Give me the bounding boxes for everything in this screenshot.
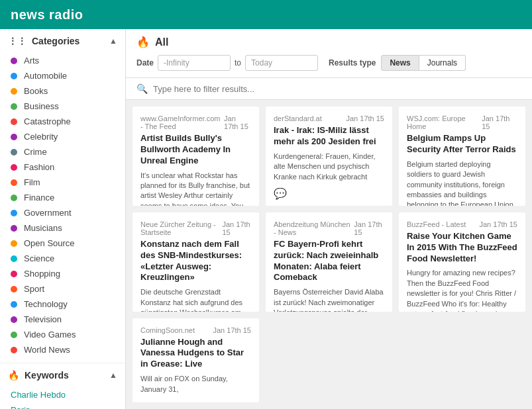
sidebar-item-crime[interactable]: Crime: [0, 144, 125, 159]
main-layout: ⋮⋮ Categories ▲ ArtsAutomobileBooksBusin…: [0, 29, 532, 409]
sidebar-item-celebrity[interactable]: Celebrity: [0, 129, 125, 144]
sidebar-item-shopping[interactable]: Shopping: [0, 266, 125, 281]
card-title-6: Julianne Hough and Vanessa Hudgens to St…: [140, 337, 251, 371]
dot-business: [11, 103, 17, 110]
content-area: 🔥 All Date to Results type News Journals: [126, 29, 532, 409]
sidebar-item-catastrophe[interactable]: Catastrophe: [0, 114, 125, 129]
keyword-item-charlie-hebdo[interactable]: Charlie Hebdo: [0, 387, 125, 402]
card-footer-1: 💬: [274, 187, 384, 200]
keywords-chevron-icon: ▲: [109, 371, 117, 380]
card-date-6: Jan 17th 15: [213, 326, 252, 334]
card-body-0: It's unclear what Rockstar has planned f…: [140, 171, 251, 206]
keywords-section-header[interactable]: 🔥 Keywords ▲: [0, 363, 125, 387]
btn-news[interactable]: News: [381, 55, 419, 71]
dot-automobile: [11, 73, 17, 79]
sidebar-item-automobile[interactable]: Automobile: [0, 68, 125, 83]
dot-shopping: [11, 271, 17, 277]
results-type-section: Results type News Journals: [329, 55, 466, 71]
card-source-3: Neue Zürcher Zeitung - Startseite Jan 17…: [140, 220, 251, 236]
sidebar-item-arts[interactable]: Arts: [0, 53, 125, 68]
card-source-6: ComingSoon.net Jan 17th 15: [140, 326, 251, 334]
card-2[interactable]: WSJ.com: Europe Home Jan 17th 15 Belgium…: [399, 107, 525, 206]
btn-journals[interactable]: Journals: [419, 55, 466, 71]
sidebar-item-video-games[interactable]: Video Games: [0, 327, 125, 342]
date-section: Date to: [136, 55, 318, 71]
card-4[interactable]: Abendzeitung München - News Jan 17th 15 …: [266, 212, 392, 312]
dot-crime: [11, 149, 17, 156]
dot-science: [11, 255, 17, 262]
search-input[interactable]: [153, 84, 521, 94]
category-label-books: Books: [24, 86, 48, 96]
date-label: Date: [136, 58, 154, 68]
dot-finance: [11, 195, 17, 201]
card-body-5: Hungry for amazing new recipes? Then the…: [407, 268, 517, 311]
sidebar-item-world-news[interactable]: World News: [0, 342, 125, 357]
category-label-automobile: Automobile: [24, 71, 67, 81]
sidebar-item-government[interactable]: Government: [0, 205, 125, 220]
categories-label: Categories: [32, 36, 80, 46]
keyword-item-paris[interactable]: Paris: [0, 402, 125, 409]
card-3[interactable]: Neue Zürcher Zeitung - Startseite Jan 17…: [133, 212, 259, 312]
results-type-btn-group: News Journals: [381, 55, 466, 71]
sidebar-item-open-source[interactable]: Open Source: [0, 236, 125, 251]
keywords-label: Keywords: [25, 370, 69, 381]
card-source-5: BuzzFeed - Latest Jan 17th 15: [407, 220, 517, 228]
category-label-catastrophe: Catastrophe: [24, 116, 71, 126]
card-6[interactable]: ComingSoon.net Jan 17th 15 Julianne Houg…: [133, 318, 259, 402]
sidebar-item-finance[interactable]: Finance: [0, 190, 125, 205]
app-header: news radio: [0, 0, 532, 29]
sidebar-item-film[interactable]: Film: [0, 175, 125, 190]
card-title-5: Raise Your Kitchen Game In 2015 With The…: [407, 231, 517, 265]
card-source-1: derStandard.at Jan 17th 15: [274, 114, 384, 122]
date-to-input[interactable]: [245, 55, 318, 71]
date-from-input[interactable]: [158, 55, 231, 71]
keywords-section: 🔥 Keywords ▲ Charlie HebdoParisObamaFace…: [0, 363, 125, 409]
sidebar-item-books[interactable]: Books: [0, 83, 125, 99]
to-label: to: [235, 58, 241, 68]
card-body-4: Bayerns Österreicher David Alaba ist zur…: [274, 287, 384, 311]
sidebar-item-sport[interactable]: Sport: [0, 281, 125, 296]
sidebar-item-television[interactable]: Television: [0, 312, 125, 327]
filters-row: Date to Results type News Journals: [136, 55, 521, 71]
results-type-label: Results type: [329, 58, 376, 68]
category-label-shopping: Shopping: [24, 269, 60, 279]
all-label: 🔥 All: [136, 36, 521, 48]
card-date-5: Jan 17th 15: [480, 220, 518, 228]
card-date-2: Jan 17th 15: [482, 114, 517, 130]
category-label-science: Science: [24, 253, 54, 263]
dot-sport: [11, 286, 17, 293]
dot-arts: [11, 58, 17, 64]
card-5[interactable]: BuzzFeed - Latest Jan 17th 15 Raise Your…: [399, 212, 525, 312]
card-title-0: Artist Builds Bully's Bullworth Academy …: [140, 133, 251, 167]
fire-icon-keywords: 🔥: [8, 370, 19, 381]
category-label-video-games: Video Games: [24, 330, 76, 340]
dot-books: [11, 88, 17, 95]
grid-icon: ⋮⋮: [8, 36, 27, 46]
app-title: news radio: [11, 7, 83, 23]
sidebar-item-fashion[interactable]: Fashion: [0, 159, 125, 175]
card-source-4: Abendzeitung München - News Jan 17th 15: [274, 220, 384, 236]
sidebar-item-technology[interactable]: Technology: [0, 296, 125, 312]
card-0[interactable]: www.GameInformer.com - The Feed Jan 17th…: [133, 107, 259, 206]
all-text: All: [155, 36, 168, 48]
card-title-3: Konstanz nach dem Fall des SNB-Mindestku…: [140, 239, 251, 284]
category-label-world-news: World News: [24, 345, 70, 355]
category-label-open-source: Open Source: [24, 238, 75, 248]
search-bar: 🔍: [126, 78, 532, 100]
dot-film: [11, 179, 17, 186]
dot-technology: [11, 301, 17, 308]
sidebar-item-business[interactable]: Business: [0, 99, 125, 114]
category-label-television: Television: [24, 314, 62, 324]
dot-government: [11, 210, 17, 216]
categories-chevron-icon: ▲: [109, 36, 117, 46]
category-label-film: Film: [24, 177, 40, 187]
category-label-celebrity: Celebrity: [24, 132, 58, 142]
sidebar-item-musicians[interactable]: Musicians: [0, 220, 125, 236]
search-icon: 🔍: [136, 83, 148, 94]
card-1[interactable]: derStandard.at Jan 17th 15 Irak - Irak: …: [266, 107, 392, 206]
dot-catastrophe: [11, 118, 17, 125]
sidebar-item-science[interactable]: Science: [0, 251, 125, 266]
categories-section-header[interactable]: ⋮⋮ Categories ▲: [0, 29, 125, 53]
category-label-business: Business: [24, 101, 59, 111]
cards-container: www.GameInformer.com - The Feed Jan 17th…: [126, 100, 532, 409]
